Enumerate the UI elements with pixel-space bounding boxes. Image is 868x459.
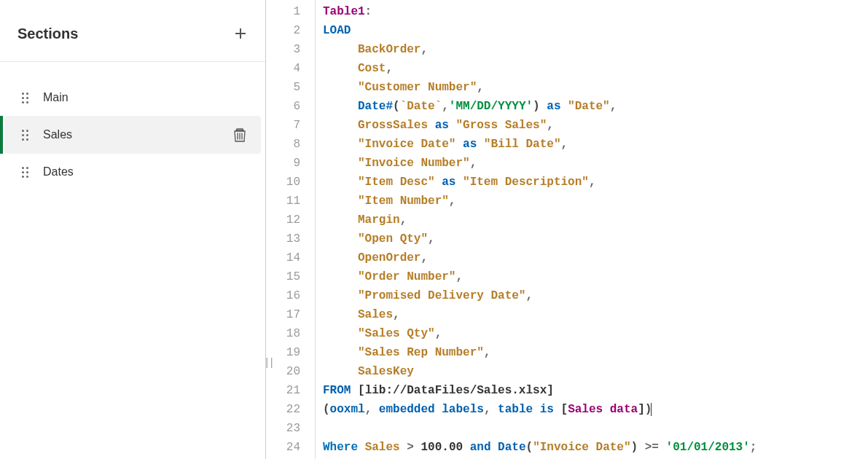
drag-handle-icon[interactable] — [22, 167, 28, 178]
code-token: , — [560, 138, 568, 151]
code-token: Date — [498, 441, 525, 454]
code-token: "Bill Date" — [484, 138, 561, 151]
drag-handle-icon[interactable] — [22, 93, 28, 103]
code-token: , — [484, 346, 491, 359]
code-token — [455, 138, 463, 151]
sidebar-item-dates[interactable]: Dates — [4, 154, 261, 190]
code-token — [540, 100, 547, 113]
trash-icon — [233, 128, 246, 142]
code-token — [323, 346, 358, 359]
code-line[interactable]: Cost, — [323, 59, 868, 78]
line-number: 1 — [266, 2, 300, 21]
code-token — [449, 119, 456, 132]
code-token: as — [435, 119, 449, 132]
code-token: and — [470, 441, 491, 454]
code-token — [323, 327, 358, 340]
code-line[interactable]: OpenOrder, — [323, 248, 868, 267]
line-number: 3 — [266, 40, 300, 59]
code-token: '01/01/2013' — [666, 441, 750, 454]
code-area[interactable]: Table1:LOAD BackOrder, Cost, "Customer N… — [316, 0, 868, 459]
code-line[interactable]: Where Sales > 100.00 and Date("Invoice D… — [323, 438, 868, 457]
code-token — [659, 441, 666, 454]
code-line[interactable]: "Promised Delivery Date", — [323, 286, 868, 305]
line-number: 2 — [266, 21, 300, 40]
code-token: , — [421, 251, 428, 264]
code-line[interactable]: FROM [lib://DataFiles/Sales.xlsx] — [323, 381, 868, 400]
sidebar-item-sales[interactable]: Sales — [4, 116, 261, 154]
code-line[interactable] — [323, 419, 868, 438]
code-token: ] — [547, 384, 554, 397]
code-line[interactable]: (ooxml, embedded labels, table is [Sales… — [323, 400, 868, 419]
code-token — [323, 100, 358, 113]
code-token — [323, 289, 358, 302]
code-token: "Invoice Date" — [358, 138, 455, 151]
code-token: , — [470, 157, 477, 170]
code-line[interactable]: Table1: — [323, 2, 868, 21]
code-token: ( — [526, 441, 533, 454]
code-token: FROM — [323, 384, 351, 397]
add-section-button[interactable] — [230, 23, 251, 44]
code-line[interactable]: GrossSales as "Gross Sales", — [323, 116, 868, 135]
code-token — [323, 232, 358, 246]
code-token: : — [365, 5, 372, 18]
line-number: 4 — [266, 59, 300, 78]
code-editor[interactable]: || 1234567891011121314151617181920212223… — [266, 0, 868, 459]
line-number: 5 — [266, 78, 300, 97]
code-token — [323, 43, 358, 56]
code-token: 'MM/DD/YYYY' — [449, 100, 533, 113]
code-token: Margin — [358, 213, 400, 227]
delete-section-button[interactable] — [233, 128, 246, 142]
code-token: > — [407, 441, 414, 454]
line-number: 8 — [266, 135, 300, 154]
code-token: , — [547, 119, 554, 132]
line-number: 15 — [266, 267, 300, 286]
code-token: , — [400, 213, 407, 227]
code-token: lib://DataFiles/Sales.xlsx — [365, 384, 547, 397]
code-token: Where — [323, 441, 358, 454]
code-line[interactable]: "Invoice Number", — [323, 154, 868, 173]
code-line[interactable]: Margin, — [323, 211, 868, 230]
code-token: ] — [638, 403, 645, 416]
code-line[interactable]: "Sales Rep Number", — [323, 343, 868, 362]
code-token: , — [365, 403, 372, 416]
code-token: [ — [561, 403, 568, 416]
code-line[interactable]: "Open Qty", — [323, 230, 868, 248]
code-token: "Open Qty" — [358, 232, 428, 246]
code-token: ) — [631, 441, 638, 454]
code-line[interactable]: "Item Desc" as "Item Description", — [323, 173, 868, 192]
line-number: 23 — [266, 419, 300, 438]
code-token: , — [442, 100, 449, 113]
code-line[interactable]: "Customer Number", — [323, 78, 868, 97]
code-token: `Date` — [400, 100, 442, 113]
code-token: , — [589, 176, 596, 189]
code-token: , — [449, 195, 456, 208]
line-number: 12 — [266, 211, 300, 230]
code-token: LOAD — [323, 24, 351, 37]
code-token — [323, 365, 358, 378]
code-line[interactable]: BackOrder, — [323, 40, 868, 59]
code-token — [477, 138, 484, 151]
code-token: as — [547, 100, 560, 113]
code-token — [372, 403, 379, 416]
code-line[interactable]: "Sales Qty", — [323, 324, 868, 343]
code-line[interactable]: "Item Number", — [323, 192, 868, 211]
code-token: Cost — [358, 62, 386, 75]
sections-list: MainSalesDates — [0, 62, 265, 190]
drag-handle-icon[interactable] — [22, 130, 28, 141]
code-line[interactable]: "Order Number", — [323, 267, 868, 286]
code-line[interactable]: Sales, — [323, 305, 868, 324]
code-token: , — [428, 232, 435, 246]
code-line[interactable]: LOAD — [323, 21, 868, 40]
sidebar-item-main[interactable]: Main — [4, 79, 261, 116]
splitter-handle[interactable]: || — [264, 353, 273, 372]
code-token: ( — [323, 403, 330, 416]
code-line[interactable]: SalesKey — [323, 362, 868, 381]
code-token — [400, 441, 407, 454]
code-token — [435, 176, 442, 189]
code-token: "Date" — [568, 100, 610, 113]
code-line[interactable]: Date#(`Date`,'MM/DD/YYYY') as "Date", — [323, 97, 868, 116]
code-token — [323, 62, 358, 75]
code-line[interactable]: "Invoice Date" as "Bill Date", — [323, 135, 868, 154]
code-token: , — [386, 62, 393, 75]
line-number: 6 — [266, 97, 300, 116]
